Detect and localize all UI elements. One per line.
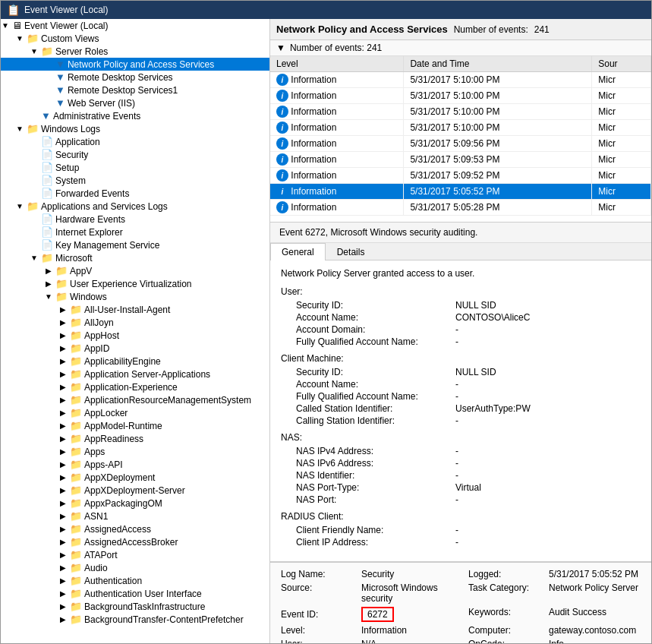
table-row[interactable]: i Information5/31/2017 5:09:56 PMMicr: [270, 136, 651, 152]
detail-label: Security ID:: [296, 367, 448, 377]
info-icon: i: [276, 122, 288, 134]
log-icon: 📄: [41, 175, 53, 186]
folder-icon: 📁: [70, 510, 82, 522]
tree-item-key-management[interactable]: 📄Key Management Service: [1, 238, 269, 251]
tree-item-admin-events[interactable]: ▼Administrative Events: [1, 109, 269, 122]
tree-item-appx-deployment-server[interactable]: ▶📁AppXDeployment-Server: [1, 484, 269, 497]
tree-label: Custom Views: [41, 33, 99, 44]
tree-label: AppHost: [84, 330, 119, 341]
tree-item-alljoyn[interactable]: ▶📁AllJoyn: [1, 316, 269, 329]
cell-level: i Information: [270, 104, 404, 120]
table-row[interactable]: i Information5/31/2017 5:10:00 PMMicr: [270, 120, 651, 136]
folder-icon: 📁: [70, 588, 82, 599]
tree-item-appv[interactable]: ▶📁AppV: [1, 264, 269, 277]
title-bar: 📋 Event Viewer (Local): [1, 1, 651, 19]
tree-label: ASN1: [84, 511, 108, 522]
tree-item-server-roles[interactable]: ▼📁Server Roles: [1, 45, 269, 58]
tree-item-event-viewer-local[interactable]: ▼🖥Event Viewer (Local): [1, 19, 269, 32]
tree-item-app-experience[interactable]: ▶📁Application-Experience: [1, 380, 269, 393]
info-icon: i: [276, 106, 288, 118]
detail-label: Fully Qualified Account Name:: [296, 336, 448, 347]
tree-item-security[interactable]: 📄Security: [1, 148, 269, 161]
tree-item-remote-desktop1[interactable]: ▼Remote Desktop Services1: [1, 84, 269, 96]
tree-item-user-exp-virt[interactable]: ▶📁User Experience Virtualization: [1, 277, 269, 290]
cell-datetime: 5/31/2017 5:09:53 PM: [404, 152, 592, 168]
tree-arrow: ▼: [1, 21, 10, 30]
tree-item-audio[interactable]: ▶📁Audio: [1, 561, 269, 574]
table-row[interactable]: i Information5/31/2017 5:09:52 PMMicr: [270, 168, 651, 184]
tree-item-background-task-infra[interactable]: ▶📁BackgroundTaskInfrastructure: [1, 600, 269, 613]
tree-item-forwarded-events[interactable]: 📄Forwarded Events: [1, 187, 269, 200]
detail-value: -: [455, 415, 641, 426]
tree-item-asn1[interactable]: ▶📁ASN1: [1, 510, 269, 522]
filter-icon: ▼: [55, 71, 65, 83]
tree-label: Apps-API: [84, 459, 123, 470]
tree-label: Microsoft: [55, 253, 93, 264]
tree-item-network-policy[interactable]: ▼Network Policy and Access Services: [1, 58, 269, 71]
tree-item-app-server-apps[interactable]: ▶📁Application Server-Applications: [1, 368, 269, 380]
tree-item-assigned-access-broker[interactable]: ▶📁AssignedAccessBroker: [1, 535, 269, 548]
tree-arrow: ▶: [58, 383, 68, 391]
tree-label: Windows Logs: [41, 124, 100, 134]
folder-icon: 📁: [70, 575, 82, 586]
tree-label: Server Roles: [55, 46, 108, 57]
tree-item-apphost[interactable]: ▶📁AppHost: [1, 329, 269, 342]
tree-item-application[interactable]: 📄Application: [1, 135, 269, 148]
tree-item-appmodel-runtime[interactable]: ▶📁AppModel-Runtime: [1, 419, 269, 432]
tree-label: Security: [55, 150, 88, 160]
tree-item-authentication[interactable]: ▶📁Authentication: [1, 574, 269, 587]
tree-item-apps[interactable]: ▶📁Apps: [1, 445, 269, 458]
tree-item-apps-api[interactable]: ▶📁Apps-API: [1, 458, 269, 471]
tab-general[interactable]: General: [270, 243, 326, 260]
tree-item-microsoft[interactable]: ▼📁Microsoft: [1, 251, 269, 264]
right-header-count: 241: [534, 24, 550, 35]
detail-label: NAS Port-Type:: [296, 482, 448, 493]
table-row[interactable]: i Information5/31/2017 5:10:00 PMMicr: [270, 72, 651, 88]
tree-item-app-resource-mgmt[interactable]: ▶📁ApplicationResourceManagementSystem: [1, 393, 269, 406]
tree-item-hardware-events[interactable]: 📄Hardware Events: [1, 213, 269, 226]
col-datetime: Date and Time: [404, 56, 592, 72]
source-label: Source:: [281, 582, 357, 593]
tree-item-apps-services-logs[interactable]: ▼📁Applications and Services Logs: [1, 200, 269, 213]
user-row: User: N/A: [281, 639, 453, 643]
tree-item-appx-packaging[interactable]: ▶📁AppxPackagingOM: [1, 497, 269, 510]
table-row[interactable]: i Information5/31/2017 5:09:53 PMMicr: [270, 152, 651, 168]
filter-icon: ▼: [55, 97, 65, 109]
tree-item-ataport[interactable]: ▶📁ATAPort: [1, 548, 269, 561]
folder-icon: 📁: [70, 562, 82, 573]
tree-item-windows[interactable]: ▼📁Windows: [1, 290, 269, 303]
tree-item-applicability-engine[interactable]: ▶📁ApplicabilityEngine: [1, 355, 269, 368]
tree-item-internet-explorer[interactable]: 📄Internet Explorer: [1, 226, 269, 238]
tree-item-all-user-install[interactable]: ▶📁All-User-Install-Agent: [1, 303, 269, 316]
table-row[interactable]: i Information5/31/2017 5:05:52 PMMicr: [270, 184, 651, 200]
cell-source: Micr: [592, 136, 651, 152]
tree-item-windows-logs[interactable]: ▼📁Windows Logs: [1, 122, 269, 135]
cell-source: Micr: [592, 88, 651, 104]
folder-icon: 📁: [70, 536, 82, 548]
table-row[interactable]: i Information5/31/2017 5:10:00 PMMicr: [270, 104, 651, 120]
tree-arrow: ▶: [58, 615, 68, 623]
tree-item-auth-user-interface[interactable]: ▶📁Authentication User Interface: [1, 587, 269, 600]
event-intro: Network Policy Server granted access to …: [281, 268, 641, 279]
source-row: Source: Microsoft Windows security: [281, 582, 453, 604]
tree-item-setup[interactable]: 📄Setup: [1, 161, 269, 174]
info-icon: i: [276, 137, 288, 150]
cell-datetime: 5/31/2017 5:09:56 PM: [404, 136, 592, 152]
tree-item-assigned-access[interactable]: ▶📁AssignedAccess: [1, 522, 269, 535]
tree-item-system[interactable]: 📄System: [1, 174, 269, 187]
tree-item-appx-deployment[interactable]: ▶📁AppXDeployment: [1, 471, 269, 484]
tree-item-background-transfer[interactable]: ▶📁BackgroundTransfer-ContentPrefetcher: [1, 613, 269, 626]
tree-item-appid[interactable]: ▶📁AppID: [1, 342, 269, 355]
tree-item-remote-desktop[interactable]: ▼Remote Desktop Services: [1, 71, 269, 84]
keywords-label: Keywords:: [468, 607, 544, 617]
tree-arrow: ▼: [30, 47, 39, 55]
tree-label: AllJoyn: [84, 317, 114, 328]
tree-item-custom-views[interactable]: ▼📁Custom Views: [1, 32, 269, 45]
tree-item-appreadiness[interactable]: ▶📁AppReadiness: [1, 432, 269, 445]
opcode-label: OpCode:: [468, 639, 544, 643]
tree-item-web-server[interactable]: ▼Web Server (IIS): [1, 96, 269, 109]
table-row[interactable]: i Information5/31/2017 5:05:28 PMMicr: [270, 200, 651, 216]
tab-details[interactable]: Details: [326, 243, 376, 260]
table-row[interactable]: i Information5/31/2017 5:10:00 PMMicr: [270, 88, 651, 104]
tree-item-appLocker[interactable]: ▶📁AppLocker: [1, 406, 269, 419]
